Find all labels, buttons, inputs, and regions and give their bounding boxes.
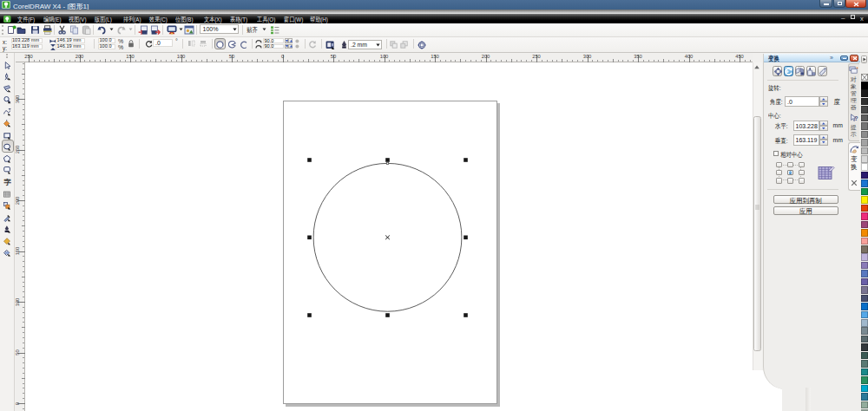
svg-text:字: 字 [4,179,12,187]
svg-text:?: ? [854,115,858,121]
